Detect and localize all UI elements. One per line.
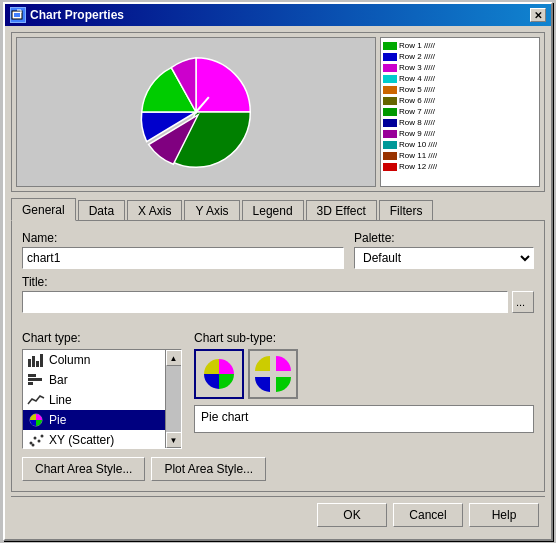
chart-type-line[interactable]: Line	[23, 390, 181, 410]
legend-item-12: Row 12 ////	[383, 161, 537, 172]
legend-item-11: Row 11 ////	[383, 150, 537, 161]
chart-type-area: Chart type: Column	[22, 331, 534, 449]
tab-filters[interactable]: Filters	[379, 200, 434, 221]
chart-type-bar-label: Bar	[49, 373, 68, 387]
legend-item-10: Row 10 ////	[383, 139, 537, 150]
subtype-description: Pie chart	[194, 405, 534, 433]
legend-color-5	[383, 86, 397, 94]
chart-properties-window: Chart Properties ✕	[3, 2, 553, 541]
tabs: General Data X Axis Y Axis Legend 3D Eff…	[11, 198, 545, 221]
chart-preview-area: Row 1 ///// Row 2 ///// Row 3 ///// Row …	[11, 32, 545, 192]
legend-color-10	[383, 141, 397, 149]
svg-rect-11	[28, 382, 33, 385]
legend-color-7	[383, 108, 397, 116]
scroll-track	[166, 366, 182, 432]
tab-data[interactable]: Data	[78, 200, 125, 221]
chart-type-scatter[interactable]: XY (Scatter)	[23, 430, 181, 449]
palette-group: Palette: Default	[354, 231, 534, 269]
legend-panel: Row 1 ///// Row 2 ///// Row 3 ///// Row …	[380, 37, 540, 187]
legend-item-9: Row 9 /////	[383, 128, 537, 139]
legend-label-11: Row 11 ////	[399, 151, 437, 160]
legend-color-1	[383, 42, 397, 50]
legend-item-5: Row 5 /////	[383, 84, 537, 95]
chart-type-list-wrapper: Column Bar	[22, 349, 182, 449]
svg-point-17	[32, 444, 35, 447]
tab-xaxis[interactable]: X Axis	[127, 200, 182, 221]
legend-label-10: Row 10 ////	[399, 140, 437, 149]
chart-type-label: Chart type:	[22, 331, 182, 345]
close-button[interactable]: ✕	[530, 8, 546, 22]
palette-label: Palette:	[354, 231, 534, 245]
name-label: Name:	[22, 231, 344, 245]
legend-color-6	[383, 97, 397, 105]
name-input[interactable]	[22, 247, 344, 269]
subtype-btn-2[interactable]	[248, 349, 298, 399]
chart-area-style-button[interactable]: Chart Area Style...	[22, 457, 145, 481]
chart-type-pie[interactable]: Pie	[23, 410, 181, 430]
help-button[interactable]: Help	[469, 503, 539, 527]
legend-item-3: Row 3 /////	[383, 62, 537, 73]
cancel-button[interactable]: Cancel	[393, 503, 463, 527]
window-content: Row 1 ///// Row 2 ///// Row 3 ///// Row …	[5, 26, 551, 539]
legend-item-1: Row 1 /////	[383, 40, 537, 51]
legend-color-2	[383, 53, 397, 61]
title-bar: Chart Properties ✕	[5, 4, 551, 26]
chart-type-section: Chart type: Column	[22, 331, 182, 449]
plot-area-style-button[interactable]: Plot Area Style...	[151, 457, 266, 481]
title-input-row: ...	[22, 291, 534, 313]
chart-type-bar[interactable]: Bar	[23, 370, 181, 390]
legend-color-3	[383, 64, 397, 72]
legend-label-5: Row 5 /////	[399, 85, 435, 94]
scroll-up-arrow[interactable]: ▲	[166, 350, 182, 366]
svg-rect-6	[32, 356, 35, 367]
title-group: Title: ...	[22, 275, 534, 321]
name-palette-row: Name: Palette: Default	[22, 231, 534, 269]
legend-label-8: Row 8 /////	[399, 118, 435, 127]
palette-select-wrapper: Default	[354, 247, 534, 269]
svg-rect-5	[28, 359, 31, 367]
svg-point-14	[34, 437, 37, 440]
svg-rect-9	[28, 374, 36, 377]
ok-button[interactable]: OK	[317, 503, 387, 527]
scroll-down-arrow[interactable]: ▼	[166, 432, 182, 448]
svg-rect-10	[28, 378, 42, 381]
svg-rect-8	[40, 354, 43, 367]
tab-general[interactable]: General	[11, 198, 76, 221]
legend-label-12: Row 12 ////	[399, 162, 437, 171]
title-bar-left: Chart Properties	[10, 7, 124, 23]
palette-select[interactable]: Default	[354, 247, 534, 269]
tab-3deffect[interactable]: 3D Effect	[306, 200, 377, 221]
legend-label-2: Row 2 /////	[399, 52, 435, 61]
chart-type-column[interactable]: Column	[23, 350, 181, 370]
svg-rect-7	[36, 361, 39, 367]
chart-subtype-label: Chart sub-type:	[194, 331, 534, 345]
svg-point-16	[41, 435, 44, 438]
legend-item-7: Row 7 /////	[383, 106, 537, 117]
tab-legend[interactable]: Legend	[242, 200, 304, 221]
svg-point-15	[38, 440, 41, 443]
legend-item-8: Row 8 /////	[383, 117, 537, 128]
chart-type-scrollbar: ▲ ▼	[165, 350, 181, 448]
subtype-btn-1[interactable]	[194, 349, 244, 399]
title-input[interactable]	[22, 291, 508, 313]
title-ellipsis-button[interactable]: ...	[512, 291, 534, 313]
legend-label-7: Row 7 /////	[399, 107, 435, 116]
chart-type-scatter-label: XY (Scatter)	[49, 433, 114, 447]
subtype-grid	[194, 349, 534, 399]
window-icon	[10, 7, 26, 23]
tab-yaxis[interactable]: Y Axis	[184, 200, 239, 221]
legend-item-6: Row 6 /////	[383, 95, 537, 106]
legend-label-9: Row 9 /////	[399, 129, 435, 138]
title-input-wrapper	[22, 291, 508, 313]
tab-content-general: Name: Palette: Default Title:	[11, 220, 545, 492]
legend-label-6: Row 6 /////	[399, 96, 435, 105]
svg-rect-1	[14, 13, 20, 17]
legend-item-4: Row 4 /////	[383, 73, 537, 84]
chart-type-pie-label: Pie	[49, 413, 66, 427]
final-buttons: OK Cancel Help	[11, 496, 545, 533]
legend-color-8	[383, 119, 397, 127]
bottom-buttons: Chart Area Style... Plot Area Style...	[22, 457, 534, 481]
legend-color-11	[383, 152, 397, 160]
legend-label-1: Row 1 /////	[399, 41, 435, 50]
legend-item-2: Row 2 /////	[383, 51, 537, 62]
